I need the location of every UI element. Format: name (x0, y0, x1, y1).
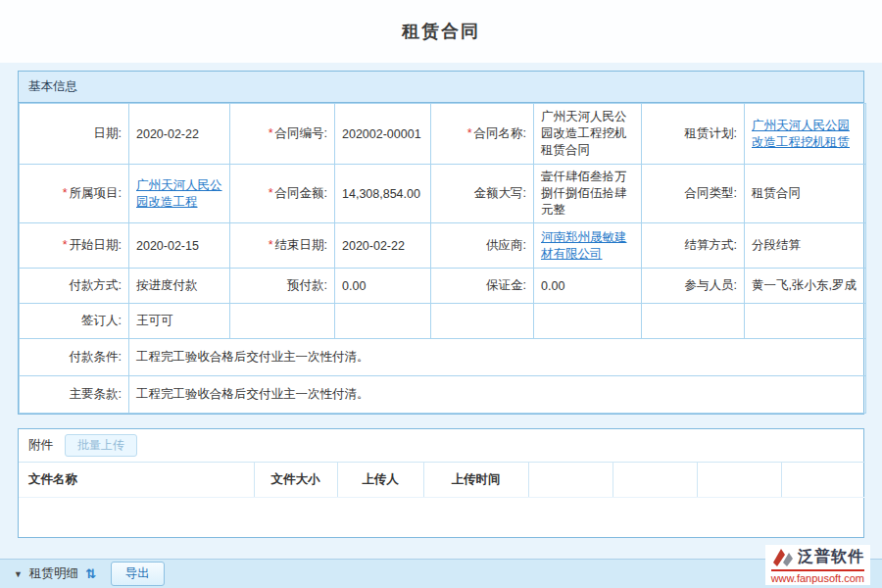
batch-upload-button[interactable]: 批量上传 (65, 434, 137, 457)
col-header-upload-time: 上传时间 (423, 463, 528, 498)
required-star: * (63, 238, 68, 252)
col-header-empty (697, 463, 781, 498)
required-star: * (467, 126, 472, 140)
field-value-deposit: 0.00 (534, 269, 642, 304)
label-text: 日期: (94, 126, 122, 140)
basic-info-row: 签订人: 王可可 (20, 304, 866, 339)
label-text: 保证金: (486, 278, 526, 292)
field-label-project: *所属项目: (20, 165, 129, 223)
attachments-empty-area (19, 498, 863, 537)
required-star: * (63, 186, 68, 200)
field-value-supplier: 河南郑州晟敏建材有限公司 (534, 223, 642, 269)
basic-info-panel: 基本信息 日期: 2020-02-22 *合同编号: 202002-00001 … (18, 71, 864, 415)
field-value-contract-code: 202002-00001 (335, 104, 431, 165)
label-text: 合同金额: (275, 186, 327, 200)
attachments-header-row: 文件名称 文件大小 上传人 上传时间 (19, 463, 865, 498)
col-header-file-name: 文件名称 (19, 463, 254, 498)
label-text: 所属项目: (70, 186, 122, 200)
lease-plan-link[interactable]: 广州天河人民公园改造工程挖机租赁 (752, 119, 850, 149)
brand-divider (771, 569, 864, 571)
attachments-table: 文件名称 文件大小 上传人 上传时间 (19, 462, 865, 498)
field-label-participants: 参与人员: (642, 269, 745, 304)
field-label-contract-type: 合同类型: (642, 165, 745, 223)
attachments-panel: 附件 批量上传 文件名称 文件大小 上传人 上传时间 (18, 428, 864, 538)
field-value-prepay: 0.00 (335, 269, 431, 304)
field-value-contract-name: 广州天河人民公园改造工程挖机租赁合同 (534, 104, 642, 165)
label-text: 金额大写: (474, 186, 526, 200)
label-text: 结束日期: (275, 238, 327, 252)
field-label-start-date: *开始日期: (20, 223, 129, 269)
basic-info-row: 主要条款: 工程完工验收合格后交付业主一次性付清。 (20, 376, 866, 414)
export-button[interactable]: 导出 (111, 562, 165, 586)
field-value-amount: 14,308,854.00 (335, 165, 431, 223)
field-value-project: 广州天河人民公园改造工程 (129, 165, 230, 223)
field-value-settlement: 分段结算 (745, 223, 866, 269)
field-label-main-terms: 主要条款: (20, 376, 129, 414)
label-text: 合同类型: (685, 186, 737, 200)
required-star: * (269, 238, 273, 252)
col-header-empty (781, 463, 865, 498)
brand-logo-box: 泛普软件 www.fanpusoft.com (765, 545, 870, 585)
page-title: 租赁合同 (402, 20, 480, 43)
lease-detail-bar: ▼ 租赁明细 ⇅ 导出 (0, 559, 882, 588)
field-label-deposit: 保证金: (431, 269, 534, 304)
required-star: * (269, 126, 273, 140)
label-text: 主要条款: (70, 387, 122, 401)
empty-cell (335, 304, 431, 339)
col-header-empty (528, 463, 612, 498)
field-label-supplier: 供应商: (431, 223, 534, 269)
label-text: 租赁计划: (685, 126, 737, 140)
field-value-participants: 黄一飞,张小东,罗成 (745, 269, 866, 304)
field-value-end-date: 2020-02-22 (335, 223, 431, 269)
basic-info-row: 日期: 2020-02-22 *合同编号: 202002-00001 *合同名称… (20, 104, 866, 165)
field-value-signer: 王可可 (129, 304, 230, 339)
sort-icon[interactable]: ⇅ (85, 566, 96, 581)
field-value-main-terms: 工程完工验收合格后交付业主一次性付清。 (129, 376, 866, 414)
fanpu-logo-icon (773, 549, 793, 566)
field-label-date: 日期: (20, 104, 129, 165)
field-label-end-date: *结束日期: (230, 223, 335, 269)
field-label-settlement: 结算方式: (642, 223, 745, 269)
field-value-amount-caps: 壹仟肆佰叁拾万捌仟捌佰伍拾肆元整 (534, 165, 642, 223)
empty-cell (431, 304, 534, 339)
label-text: 参与人员: (685, 278, 737, 292)
field-value-lease-plan: 广州天河人民公园改造工程挖机租赁 (745, 104, 866, 165)
field-label-contract-name: *合同名称: (431, 104, 534, 165)
col-header-uploader: 上传人 (337, 463, 423, 498)
field-label-prepay: 预付款: (230, 269, 335, 304)
label-text: 付款方式: (70, 278, 122, 292)
collapse-icon[interactable]: ▼ (14, 569, 23, 579)
field-value-pay-method: 按进度付款 (129, 269, 230, 304)
brand-name: 泛普软件 (798, 547, 864, 567)
supplier-link[interactable]: 河南郑州晟敏建材有限公司 (541, 230, 627, 261)
label-text: 签订人: (81, 314, 122, 327)
label-text: 合同名称: (474, 126, 526, 140)
field-value-contract-type: 租赁合同 (745, 165, 866, 223)
empty-cell (745, 304, 866, 339)
empty-cell (642, 304, 745, 339)
field-label-pay-terms: 付款条件: (20, 339, 129, 376)
field-label-contract-code: *合同编号: (230, 104, 335, 165)
col-header-file-size: 文件大小 (254, 463, 337, 498)
page-header: 租赁合同 (0, 0, 882, 63)
field-label-signer: 签订人: (20, 304, 129, 339)
basic-info-row: 付款条件: 工程完工验收合格后交付业主一次性付清。 (20, 339, 866, 376)
field-value-start-date: 2020-02-15 (129, 223, 230, 269)
field-label-lease-plan: 租赁计划: (642, 104, 745, 165)
basic-info-row: 付款方式: 按进度付款 预付款: 0.00 保证金: 0.00 参与人员: 黄一… (20, 269, 866, 304)
field-label-amount-caps: 金额大写: (431, 165, 534, 223)
brand-website-link[interactable]: www.fanpusoft.com (771, 572, 864, 584)
label-text: 预付款: (287, 278, 327, 292)
basic-info-row: *所属项目: 广州天河人民公园改造工程 *合同金额: 14,308,854.00… (20, 165, 866, 223)
field-value-pay-terms: 工程完工验收合格后交付业主一次性付清。 (129, 339, 866, 376)
empty-cell (534, 304, 642, 339)
basic-info-table: 日期: 2020-02-22 *合同编号: 202002-00001 *合同名称… (19, 103, 866, 414)
label-text: 开始日期: (70, 238, 122, 252)
field-label-pay-method: 付款方式: (20, 269, 129, 304)
field-label-amount: *合同金额: (230, 165, 335, 223)
label-text: 结算方式: (685, 238, 737, 252)
basic-info-section-title: 基本信息 (19, 72, 863, 103)
lease-detail-label: 租赁明细 (29, 565, 78, 582)
label-text: 付款条件: (70, 350, 122, 364)
project-link[interactable]: 广州天河人民公园改造工程 (136, 178, 222, 209)
